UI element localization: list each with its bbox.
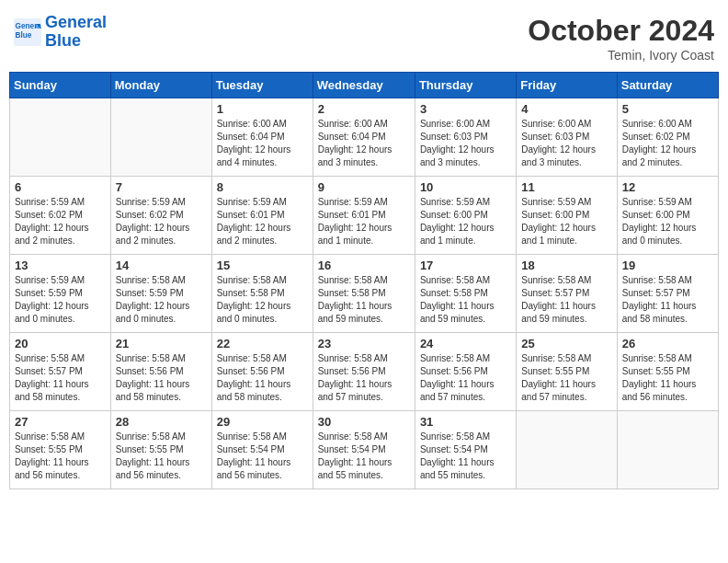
calendar-cell (10, 98, 111, 177)
calendar-cell: 17Sunrise: 5:58 AM Sunset: 5:58 PM Dayli… (415, 255, 516, 333)
day-info: Sunrise: 5:58 AM Sunset: 5:54 PM Dayligh… (420, 431, 511, 482)
day-info: Sunrise: 5:58 AM Sunset: 5:56 PM Dayligh… (116, 352, 207, 404)
day-info: Sunrise: 5:58 AM Sunset: 5:55 PM Dayligh… (15, 431, 106, 482)
day-number: 26 (622, 337, 713, 350)
calendar-cell: 15Sunrise: 5:58 AM Sunset: 5:58 PM Dayli… (211, 255, 313, 333)
day-info: Sunrise: 5:58 AM Sunset: 5:55 PM Dayligh… (521, 352, 611, 404)
page-header: General Blue GeneralBlue October 2024 Te… (9, 9, 719, 63)
day-info: Sunrise: 5:59 AM Sunset: 6:02 PM Dayligh… (116, 196, 207, 247)
calendar-cell (517, 411, 617, 489)
day-number: 21 (116, 337, 207, 350)
calendar-cell: 24Sunrise: 5:58 AM Sunset: 5:56 PM Dayli… (415, 333, 516, 411)
day-number: 13 (15, 259, 106, 272)
day-info: Sunrise: 6:00 AM Sunset: 6:02 PM Dayligh… (622, 118, 713, 169)
day-number: 20 (15, 337, 106, 350)
calendar-cell: 6Sunrise: 5:59 AM Sunset: 6:02 PM Daylig… (10, 177, 111, 255)
day-number: 11 (521, 180, 611, 194)
calendar-cell: 1Sunrise: 6:00 AM Sunset: 6:04 PM Daylig… (211, 98, 313, 177)
day-info: Sunrise: 5:58 AM Sunset: 5:57 PM Dayligh… (622, 274, 713, 326)
day-info: Sunrise: 5:59 AM Sunset: 6:00 PM Dayligh… (521, 196, 611, 247)
calendar-cell: 20Sunrise: 5:58 AM Sunset: 5:57 PM Dayli… (10, 333, 111, 411)
calendar-cell: 26Sunrise: 5:58 AM Sunset: 5:55 PM Dayli… (617, 333, 718, 411)
calendar-cell: 11Sunrise: 5:59 AM Sunset: 6:00 PM Dayli… (517, 177, 617, 255)
day-number: 25 (521, 337, 611, 350)
calendar-cell (110, 98, 211, 177)
day-number: 31 (420, 415, 511, 429)
day-number: 1 (217, 102, 308, 116)
day-info: Sunrise: 5:59 AM Sunset: 5:59 PM Dayligh… (15, 274, 106, 326)
calendar-cell: 27Sunrise: 5:58 AM Sunset: 5:55 PM Dayli… (10, 411, 111, 489)
day-info: Sunrise: 5:58 AM Sunset: 5:59 PM Dayligh… (116, 274, 207, 326)
day-number: 7 (116, 180, 207, 194)
calendar-cell (617, 411, 718, 489)
calendar-cell: 16Sunrise: 5:58 AM Sunset: 5:58 PM Dayli… (313, 255, 415, 333)
day-number: 5 (622, 102, 713, 116)
day-number: 30 (318, 415, 410, 429)
day-number: 9 (318, 180, 410, 194)
calendar-cell: 8Sunrise: 5:59 AM Sunset: 6:01 PM Daylig… (211, 177, 313, 255)
day-number: 15 (217, 259, 308, 272)
calendar-cell: 18Sunrise: 5:58 AM Sunset: 5:57 PM Dayli… (517, 255, 617, 333)
calendar-cell: 31Sunrise: 5:58 AM Sunset: 5:54 PM Dayli… (415, 411, 516, 489)
calendar-cell: 28Sunrise: 5:58 AM Sunset: 5:55 PM Dayli… (110, 411, 211, 489)
day-number: 29 (217, 415, 308, 429)
day-number: 27 (15, 415, 106, 429)
weekday-header: Wednesday (313, 73, 415, 98)
week-row: 6Sunrise: 5:59 AM Sunset: 6:02 PM Daylig… (10, 177, 719, 255)
logo: General Blue GeneralBlue (14, 14, 107, 51)
day-number: 24 (420, 337, 511, 350)
day-info: Sunrise: 5:58 AM Sunset: 5:58 PM Dayligh… (217, 274, 308, 326)
day-number: 23 (318, 337, 410, 350)
day-info: Sunrise: 5:58 AM Sunset: 5:56 PM Dayligh… (318, 352, 410, 404)
day-number: 10 (420, 180, 511, 194)
calendar-cell: 12Sunrise: 5:59 AM Sunset: 6:00 PM Dayli… (617, 177, 718, 255)
day-info: Sunrise: 5:59 AM Sunset: 6:02 PM Dayligh… (15, 196, 106, 247)
calendar-cell: 25Sunrise: 5:58 AM Sunset: 5:55 PM Dayli… (517, 333, 617, 411)
day-number: 6 (15, 180, 106, 194)
day-info: Sunrise: 6:00 AM Sunset: 6:04 PM Dayligh… (217, 118, 308, 169)
day-info: Sunrise: 5:59 AM Sunset: 6:00 PM Dayligh… (420, 196, 511, 247)
calendar-cell: 5Sunrise: 6:00 AM Sunset: 6:02 PM Daylig… (617, 98, 718, 177)
day-number: 17 (420, 259, 511, 272)
day-number: 14 (116, 259, 207, 272)
day-number: 8 (217, 180, 308, 194)
weekday-header-row: SundayMondayTuesdayWednesdayThursdayFrid… (10, 73, 719, 98)
logo-text: GeneralBlue (45, 14, 107, 51)
calendar-cell: 21Sunrise: 5:58 AM Sunset: 5:56 PM Dayli… (110, 333, 211, 411)
location: Temin, Ivory Coast (528, 48, 714, 63)
day-number: 3 (420, 102, 511, 116)
day-info: Sunrise: 5:59 AM Sunset: 6:01 PM Dayligh… (217, 196, 308, 247)
weekday-header: Sunday (10, 73, 111, 98)
day-info: Sunrise: 5:59 AM Sunset: 6:00 PM Dayligh… (622, 196, 713, 247)
calendar: SundayMondayTuesdayWednesdayThursdayFrid… (9, 72, 719, 489)
month-title: October 2024 (528, 14, 714, 48)
day-number: 2 (318, 102, 410, 116)
weekday-header: Friday (517, 73, 617, 98)
day-info: Sunrise: 6:00 AM Sunset: 6:03 PM Dayligh… (521, 118, 611, 169)
calendar-cell: 29Sunrise: 5:58 AM Sunset: 5:54 PM Dayli… (211, 411, 313, 489)
day-info: Sunrise: 5:58 AM Sunset: 5:58 PM Dayligh… (420, 274, 511, 326)
weekday-header: Saturday (617, 73, 718, 98)
calendar-cell: 23Sunrise: 5:58 AM Sunset: 5:56 PM Dayli… (313, 333, 415, 411)
calendar-cell: 7Sunrise: 5:59 AM Sunset: 6:02 PM Daylig… (110, 177, 211, 255)
weekday-header: Monday (110, 73, 211, 98)
weekday-header: Thursday (415, 73, 516, 98)
calendar-cell: 14Sunrise: 5:58 AM Sunset: 5:59 PM Dayli… (110, 255, 211, 333)
day-number: 22 (217, 337, 308, 350)
day-info: Sunrise: 6:00 AM Sunset: 6:03 PM Dayligh… (420, 118, 511, 169)
day-info: Sunrise: 5:58 AM Sunset: 5:56 PM Dayligh… (420, 352, 511, 404)
day-info: Sunrise: 5:59 AM Sunset: 6:01 PM Dayligh… (318, 196, 410, 247)
calendar-cell: 30Sunrise: 5:58 AM Sunset: 5:54 PM Dayli… (313, 411, 415, 489)
day-info: Sunrise: 5:58 AM Sunset: 5:54 PM Dayligh… (318, 431, 410, 482)
day-info: Sunrise: 5:58 AM Sunset: 5:54 PM Dayligh… (217, 431, 308, 482)
day-number: 16 (318, 259, 410, 272)
calendar-cell: 3Sunrise: 6:00 AM Sunset: 6:03 PM Daylig… (415, 98, 516, 177)
week-row: 13Sunrise: 5:59 AM Sunset: 5:59 PM Dayli… (10, 255, 719, 333)
calendar-cell: 4Sunrise: 6:00 AM Sunset: 6:03 PM Daylig… (517, 98, 617, 177)
svg-text:Blue: Blue (16, 31, 32, 40)
calendar-cell: 19Sunrise: 5:58 AM Sunset: 5:57 PM Dayli… (617, 255, 718, 333)
week-row: 1Sunrise: 6:00 AM Sunset: 6:04 PM Daylig… (10, 98, 719, 177)
day-number: 28 (116, 415, 207, 429)
day-info: Sunrise: 5:58 AM Sunset: 5:57 PM Dayligh… (15, 352, 106, 404)
day-info: Sunrise: 5:58 AM Sunset: 5:57 PM Dayligh… (521, 274, 611, 326)
